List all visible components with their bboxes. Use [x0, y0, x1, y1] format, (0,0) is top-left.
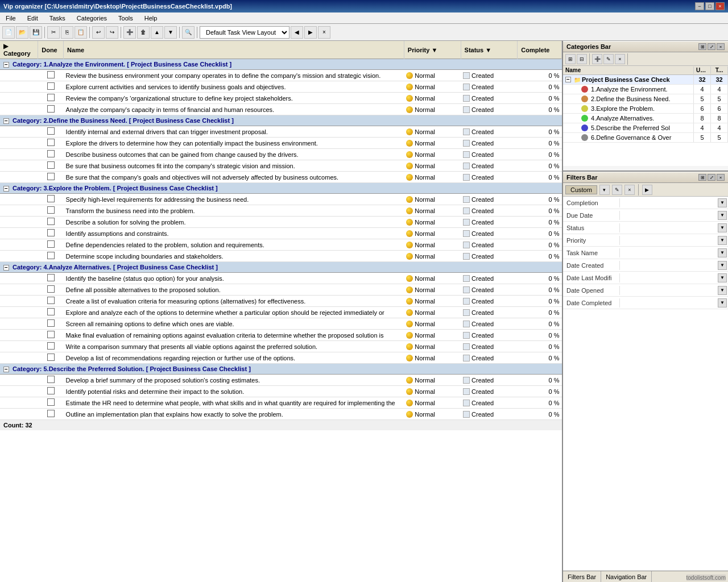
filter-value-3[interactable] [620, 239, 718, 242]
done-cell[interactable] [38, 352, 64, 364]
filter-value-5[interactable] [620, 264, 718, 267]
tab-filters-bar[interactable]: Filters Bar [563, 571, 601, 582]
done-cell[interactable] [38, 172, 64, 183]
header-priority[interactable]: Priority ▼ [404, 41, 461, 59]
filter-tb-delete[interactable]: × [624, 185, 635, 195]
filter-panel-float[interactable]: ⤢ [708, 174, 715, 181]
done-cell[interactable] [38, 409, 64, 420]
cat-tree-item-3[interactable]: 3.Explore the Problem. 6 6 [563, 104, 728, 114]
done-cell[interactable] [38, 341, 64, 352]
task-checkbox[interactable] [47, 342, 55, 350]
menu-file[interactable]: File [2, 14, 19, 22]
cat-tree-item-6[interactable]: 6.Define Governance & Over 5 5 [563, 133, 728, 143]
cat-tb-collapse[interactable]: ⊟ [577, 54, 587, 64]
done-cell[interactable] [38, 138, 64, 149]
task-checkbox[interactable] [47, 410, 55, 417]
filter-dropdown-2[interactable]: ▼ [718, 223, 727, 232]
task-checkbox[interactable] [47, 139, 55, 146]
task-checkbox[interactable] [47, 319, 55, 327]
done-cell[interactable] [38, 239, 64, 251]
task-checkbox[interactable] [47, 161, 55, 169]
toolbar-move-down[interactable]: ▼ [164, 26, 177, 39]
task-checkbox[interactable] [47, 82, 55, 90]
filter-dropdown-5[interactable]: ▼ [718, 261, 727, 270]
done-cell[interactable] [38, 284, 64, 296]
task-checkbox[interactable] [47, 240, 55, 248]
filter-tb-edit[interactable]: ✎ [612, 185, 622, 195]
cat-panel-restore[interactable]: ⊞ [698, 43, 706, 50]
layout-selector[interactable]: Default Task View Layout [200, 26, 289, 39]
toolbar-layout-next[interactable]: ▶ [304, 26, 317, 39]
maximize-button[interactable]: □ [705, 2, 714, 10]
task-checkbox[interactable] [47, 308, 55, 315]
done-cell[interactable] [38, 149, 64, 160]
filter-dropdown-3[interactable]: ▼ [718, 236, 727, 245]
cat-panel-float[interactable]: ⤢ [708, 43, 715, 50]
category-expand-icon[interactable]: − [3, 186, 9, 192]
filter-tb-add[interactable]: ▾ [599, 185, 610, 195]
menu-tools[interactable]: Tools [115, 14, 136, 22]
task-checkbox[interactable] [47, 105, 55, 113]
close-button[interactable]: × [715, 2, 725, 10]
done-cell[interactable] [38, 81, 64, 93]
toolbar-filter[interactable]: 🔍 [182, 26, 195, 39]
toolbar-copy[interactable]: ⎘ [61, 26, 73, 39]
toolbar-delete[interactable]: 🗑 [137, 26, 150, 39]
category-row[interactable]: − Category: 2.Define the Business Need. … [0, 115, 562, 126]
toolbar-save[interactable]: 💾 [30, 26, 42, 39]
cat-tree-item-1[interactable]: 1.Analyze the Environment. 4 4 [563, 85, 728, 94]
task-checkbox[interactable] [47, 252, 55, 259]
done-cell[interactable] [38, 375, 64, 386]
tab-navigation-bar[interactable]: Navigation Bar [601, 571, 652, 582]
done-cell[interactable] [38, 307, 64, 318]
category-row[interactable]: − Category: 4.Analyze Alternatives. [ Pr… [0, 262, 562, 273]
filter-dropdown-6[interactable]: ▼ [718, 273, 727, 282]
filter-value-7[interactable] [620, 289, 718, 292]
done-cell[interactable] [38, 194, 64, 205]
filter-value-0[interactable] [620, 202, 718, 204]
menu-edit[interactable]: Edit [24, 14, 42, 22]
filter-dropdown-4[interactable]: ▼ [718, 248, 727, 257]
filter-dropdown-1[interactable]: ▼ [718, 211, 727, 220]
header-status[interactable]: Status ▼ [461, 41, 518, 59]
task-checkbox[interactable] [47, 206, 55, 214]
cat-tree-root[interactable]: − 📁 Project Business Case Check 32 32 [563, 75, 728, 85]
task-checkbox[interactable] [47, 229, 55, 236]
filter-tb-run[interactable]: ▶ [642, 185, 652, 195]
filter-value-1[interactable] [620, 214, 718, 217]
task-checkbox[interactable] [47, 285, 55, 293]
filter-dropdown-0[interactable]: ▼ [718, 198, 727, 207]
done-cell[interactable] [38, 160, 64, 172]
task-checkbox[interactable] [47, 354, 55, 361]
cat-tree-item-5[interactable]: 5.Describe the Preferred Sol 4 4 [563, 123, 728, 133]
toolbar-open[interactable]: 📂 [16, 26, 28, 39]
category-row[interactable]: − Category: 1.Analyze the Environment. [… [0, 59, 562, 70]
cat-tb-delete[interactable]: × [615, 54, 625, 64]
task-checkbox[interactable] [47, 173, 55, 180]
toolbar-add-task[interactable]: ➕ [123, 26, 136, 39]
toolbar-layout-close[interactable]: × [318, 26, 330, 39]
done-cell[interactable] [38, 104, 64, 115]
done-cell[interactable] [38, 397, 64, 409]
task-checkbox[interactable] [47, 387, 55, 394]
cat-root-expand[interactable]: − [565, 77, 571, 82]
cat-tb-expand[interactable]: ⊞ [565, 54, 576, 64]
filter-panel-restore[interactable]: ⊞ [698, 174, 706, 181]
done-cell[interactable] [38, 386, 64, 397]
category-expand-icon[interactable]: − [3, 265, 9, 271]
done-cell[interactable] [38, 126, 64, 138]
done-cell[interactable] [38, 318, 64, 330]
done-cell[interactable] [38, 273, 64, 284]
filter-value-6[interactable] [620, 277, 718, 279]
cat-tree-item-2[interactable]: 2.Define the Business Need. 5 5 [563, 94, 728, 104]
category-row[interactable]: − Category: 3.Explore the Problem. [ Pro… [0, 183, 562, 194]
done-cell[interactable] [38, 93, 64, 104]
done-cell[interactable] [38, 296, 64, 307]
done-cell[interactable] [38, 217, 64, 228]
task-checkbox[interactable] [47, 150, 55, 157]
toolbar-paste[interactable]: 📋 [75, 26, 87, 39]
filter-dropdown-8[interactable]: ▼ [718, 298, 727, 307]
cat-tree-item-4[interactable]: 4.Analyze Alternatives. 8 8 [563, 114, 728, 123]
done-cell[interactable] [38, 205, 64, 217]
filter-dropdown-7[interactable]: ▼ [718, 286, 727, 295]
